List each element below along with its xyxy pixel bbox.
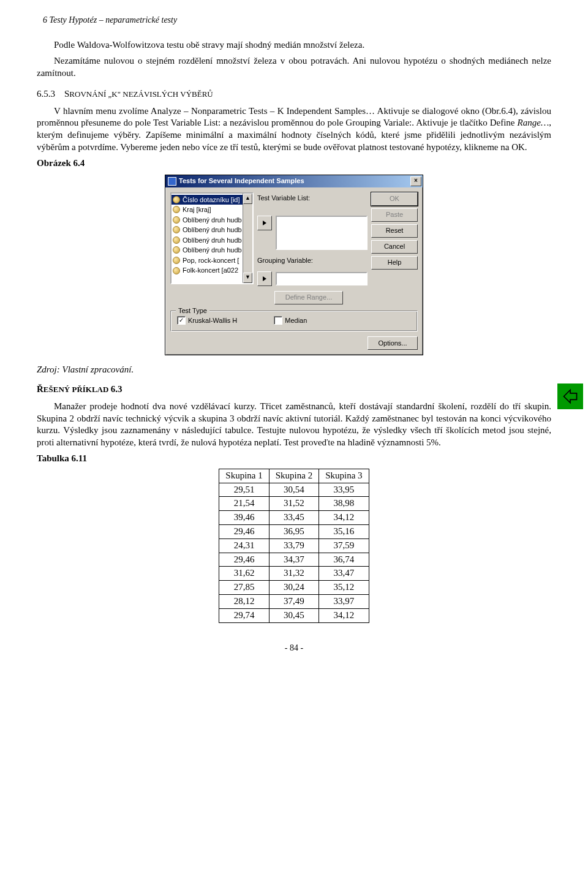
table-header: Skupina 2 [269, 469, 318, 483]
table-cell: 33,97 [319, 594, 369, 608]
page-header: 6 Testy Hypotéz – neparametrické testy [43, 15, 551, 26]
table-cell: 24,31 [219, 538, 269, 553]
figure-caption: Obrázek 6.4 [37, 157, 551, 170]
table-row: 24,3133,7937,59 [219, 538, 369, 553]
reset-button[interactable]: Reset [371, 224, 418, 238]
list-item[interactable]: Oblíbený druh hudb [172, 235, 252, 246]
move-to-grouping-button[interactable] [257, 271, 272, 286]
table-row: 27,8530,2435,12 [219, 581, 369, 595]
scroll-up-icon[interactable]: ▲ [243, 194, 252, 204]
cancel-button[interactable]: Cancel [371, 240, 418, 254]
table-cell: 31,32 [269, 567, 318, 581]
test-type-group: Test Type ✓ Kruskal-Wallis H Median [170, 311, 418, 332]
test-variable-list[interactable] [276, 216, 368, 250]
table-cell: 34,12 [319, 511, 369, 525]
paragraph-1: Podle Waldova-Wolfowitzova testu obě str… [37, 39, 551, 51]
checkbox-label: Median [285, 316, 307, 325]
list-item[interactable]: Oblíbený druh hudb [172, 245, 252, 255]
table-caption: Tabulka 6.11 [37, 453, 551, 465]
example-margin-icon [557, 383, 583, 409]
ok-button[interactable]: OK [371, 192, 418, 206]
list-item[interactable]: Pop, rock-koncert [ [172, 255, 252, 266]
list-item[interactable]: Oblíbený druh hudb [172, 215, 252, 225]
table-cell: 31,62 [219, 567, 269, 581]
table-cell: 39,46 [219, 511, 269, 525]
table-header: Skupina 1 [219, 469, 269, 483]
data-table: Skupina 1 Skupina 2 Skupina 3 29,5130,54… [219, 469, 369, 623]
table-row: 28,1237,4933,97 [219, 594, 369, 608]
section-heading: 6.5.3 SROVNÁNÍ „K" NEZÁVISLÝCH VÝBĚRŮ [37, 88, 551, 100]
help-button[interactable]: Help [371, 256, 418, 270]
median-checkbox[interactable]: Median [274, 316, 307, 325]
grouping-variable-input[interactable] [276, 272, 368, 285]
table-cell: 37,49 [269, 594, 318, 608]
paragraph-3a: V hlavním menu zvolíme Analyze – Nonpara… [37, 106, 551, 128]
paragraph-4: Manažer prodeje hodnotí dva nové vzděláv… [37, 401, 551, 449]
paragraph-2-text: Nezamítáme nulovou o stejném rozdělení m… [37, 56, 551, 78]
list-item-label: Oblíbený druh hudb [183, 236, 242, 245]
list-item-label: Oblíbený druh hudb [183, 225, 242, 235]
table-cell: 29,74 [219, 608, 269, 622]
dialog-figure: Tests for Several Independent Samples × … [37, 175, 551, 356]
paste-button[interactable]: Paste [371, 208, 418, 222]
table-cell: 31,52 [269, 497, 318, 511]
table-row: 31,6231,3233,47 [219, 567, 369, 581]
checkbox-icon: ✓ [177, 316, 186, 325]
list-item-label: Folk-koncert [a022 [183, 266, 238, 275]
example-heading: ŘEŠENÝ PŘÍKLAD 6.3 [37, 383, 551, 396]
table-cell: 36,95 [269, 524, 318, 538]
table-cell: 34,37 [269, 553, 318, 567]
variable-icon [173, 267, 180, 274]
section-title-sc: ROVNÁNÍ „K" NEZÁVISLÝCH VÝBĚRŮ [69, 89, 213, 99]
dialog-window: Tests for Several Independent Samples × … [165, 175, 423, 356]
table-row: 29,4634,3736,74 [219, 553, 369, 567]
table-cell: 29,46 [219, 553, 269, 567]
options-button[interactable]: Options... [368, 336, 418, 350]
test-variable-list-label: Test Variable List: [257, 194, 368, 203]
table-cell: 29,51 [219, 483, 269, 497]
table-cell: 33,79 [269, 538, 318, 553]
table-cell: 33,45 [269, 511, 318, 525]
list-item-label: Kraj [kraj] [183, 205, 211, 214]
table-cell: 34,12 [319, 608, 369, 622]
variable-icon [173, 246, 180, 254]
table-cell: 33,47 [319, 567, 369, 581]
variable-icon [173, 216, 180, 224]
section-number: 6.5.3 [37, 89, 55, 99]
table-row: 29,4636,9535,16 [219, 524, 369, 538]
close-icon[interactable]: × [410, 176, 421, 186]
paragraph-2: Nezamítáme nulovou o stejném rozdělení m… [37, 55, 551, 80]
dialog-title: Tests for Several Independent Samples [179, 176, 304, 186]
list-item[interactable]: Folk-koncert [a022 [172, 265, 252, 276]
table-cell: 30,45 [269, 608, 318, 622]
kruskal-wallis-checkbox[interactable]: ✓ Kruskal-Wallis H [177, 316, 237, 325]
grouping-variable-label: Grouping Variable: [257, 256, 368, 265]
svg-marker-1 [263, 276, 266, 281]
variable-icon [173, 226, 180, 233]
move-to-test-list-button[interactable] [257, 216, 272, 230]
svg-marker-0 [263, 221, 266, 225]
define-range-button[interactable]: Define Range... [274, 291, 343, 304]
variable-icon [173, 236, 180, 244]
table-row: 29,5130,5433,95 [219, 483, 369, 497]
list-item[interactable]: Číslo dotazníku [id] [172, 195, 252, 205]
list-item[interactable]: Kraj [kraj] [172, 205, 252, 215]
table-cell: 27,85 [219, 581, 269, 595]
table-cell: 35,12 [319, 581, 369, 595]
table-cell: 35,16 [319, 524, 369, 538]
checkbox-icon [274, 316, 282, 325]
list-item-label: Pop, rock-koncert [ [183, 256, 239, 265]
list-item-label: Oblíbený druh hudb [183, 246, 242, 255]
list-item[interactable]: Oblíbený druh hudb [172, 225, 252, 235]
test-type-title: Test Type [176, 306, 209, 315]
table-cell: 38,98 [319, 497, 369, 511]
table-row: 39,4633,4534,12 [219, 511, 369, 525]
list-item-label: Oblíbený druh hudb [183, 216, 242, 225]
listbox-scrollbar[interactable]: ▲ ▼ [243, 194, 252, 283]
table-row: 29,7430,4534,12 [219, 608, 369, 622]
table-cell: 29,46 [219, 524, 269, 538]
variables-listbox[interactable]: Číslo dotazníku [id] Kraj [kraj] Oblíben… [170, 192, 254, 284]
table-cell: 36,74 [319, 553, 369, 567]
scroll-down-icon[interactable]: ▼ [243, 273, 252, 283]
table-cell: 30,24 [269, 581, 318, 595]
